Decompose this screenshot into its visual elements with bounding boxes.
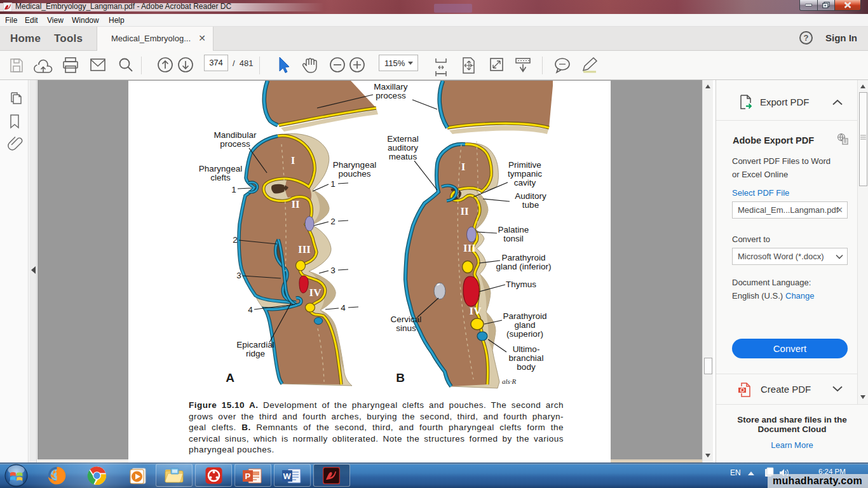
svg-text:A: A [226,371,234,384]
svg-text:(superior): (superior) [506,329,543,339]
svg-text:II: II [460,205,469,217]
svg-text:IV: IV [470,305,482,317]
svg-text:1: 1 [330,179,336,189]
svg-text:3: 3 [330,266,336,275]
svg-text:Pharyngeal: Pharyngeal [333,160,376,170]
svg-text:branchial: branchial [509,353,544,363]
svg-text:I: I [461,161,466,173]
svg-text:tympanic: tympanic [508,169,542,179]
svg-text:gland: gland [514,320,535,330]
svg-text:Maxillary: Maxillary [374,82,408,92]
svg-text:body: body [517,362,536,372]
svg-text:Primitive: Primitive [508,160,541,170]
svg-text:Ultimo-: Ultimo- [513,344,540,354]
svg-text:Thymus: Thymus [506,280,536,289]
svg-text:Palatine: Palatine [498,225,529,234]
svg-text:3: 3 [236,271,241,280]
svg-text:4: 4 [248,305,253,315]
svg-text:Cervical: Cervical [391,315,422,324]
svg-text:als·R: als·R [502,377,517,385]
svg-text:B: B [396,371,405,384]
svg-text:Mandibular: Mandibular [214,130,257,140]
svg-text:tonsil: tonsil [503,234,524,243]
svg-text:Parathyroid: Parathyroid [501,253,545,262]
svg-text:auditory: auditory [388,143,418,152]
svg-text:ridge: ridge [246,349,265,358]
svg-text:III: III [463,242,476,254]
svg-text:Parathyroid: Parathyroid [503,311,546,321]
svg-text:1: 1 [231,185,236,194]
svg-text:sinus: sinus [396,323,416,333]
svg-text:Auditory: Auditory [515,191,546,201]
svg-text:gland (inferior): gland (inferior) [496,262,551,271]
svg-text:IV: IV [309,287,322,299]
svg-text:cavity: cavity [514,178,536,187]
svg-text:pouches: pouches [338,169,370,179]
svg-text:meatus: meatus [389,152,417,161]
svg-text:2: 2 [233,235,238,245]
svg-text:clefts: clefts [210,173,231,182]
svg-text:process: process [220,139,250,149]
svg-text:Epicardial: Epicardial [236,340,274,349]
svg-text:2: 2 [330,217,336,226]
svg-text:W: W [283,471,292,481]
svg-text:Pharyngeal: Pharyngeal [199,164,242,173]
svg-text:P: P [245,471,251,481]
svg-text:I: I [291,154,295,166]
svg-text:tube: tube [522,200,539,210]
svg-text:4: 4 [341,303,346,313]
svg-text:III: III [298,243,311,255]
svg-text:process: process [376,91,406,100]
svg-text:External: External [387,134,419,144]
svg-text:II: II [291,198,300,210]
